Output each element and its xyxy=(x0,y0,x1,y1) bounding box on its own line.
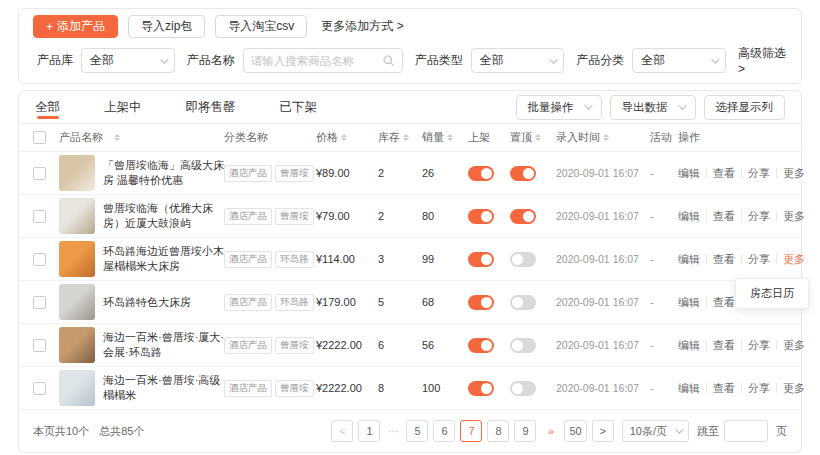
page-button-8[interactable]: 8 xyxy=(487,420,509,442)
advanced-filter-link[interactable]: 高级筛选 > xyxy=(738,45,787,76)
product-thumbnail xyxy=(59,198,95,234)
category-tag: 酒店产品 xyxy=(224,380,272,397)
tab-all[interactable]: 全部 xyxy=(35,91,60,123)
toolbar-card: + 添加产品 导入zip包 导入淘宝csv 更多添加方式 > 产品库 全部 产品… xyxy=(18,8,802,84)
edit-link[interactable]: 编辑 xyxy=(678,252,700,267)
bulk-actions-button[interactable]: 批量操作 xyxy=(516,95,602,120)
add-product-button[interactable]: + 添加产品 xyxy=(33,15,118,38)
row-checkbox[interactable] xyxy=(33,253,46,266)
view-link[interactable]: 查看 xyxy=(713,295,735,310)
ellipsis[interactable]: ··· xyxy=(385,425,401,437)
page-button-50[interactable]: 50 xyxy=(564,420,586,442)
page-button-6[interactable]: 6 xyxy=(433,420,455,442)
page-unit-label: 页 xyxy=(776,424,787,439)
header-entry-time[interactable]: 录入时间 xyxy=(556,130,600,145)
header-top[interactable]: 置顶 xyxy=(510,130,532,145)
listed-toggle[interactable] xyxy=(468,381,494,396)
activity-cell: - xyxy=(650,167,678,179)
listed-toggle[interactable] xyxy=(468,295,494,310)
row-checkbox[interactable] xyxy=(33,167,46,180)
view-link[interactable]: 查看 xyxy=(713,166,735,181)
sort-icon[interactable] xyxy=(603,134,609,142)
row-checkbox[interactable] xyxy=(33,339,46,352)
view-link[interactable]: 查看 xyxy=(713,252,735,267)
tab-delisted[interactable]: 已下架 xyxy=(280,91,318,123)
edit-link[interactable]: 编辑 xyxy=(678,166,700,181)
top-toggle[interactable] xyxy=(510,338,536,353)
top-toggle[interactable] xyxy=(510,295,536,310)
product-type-select[interactable]: 全部 xyxy=(471,48,565,73)
prev-page-button[interactable]: < xyxy=(331,420,353,442)
header-sales[interactable]: 销量 xyxy=(422,130,444,145)
page-button-7-active[interactable]: 7 xyxy=(460,420,482,442)
listed-toggle[interactable] xyxy=(468,252,494,267)
row-checkbox[interactable] xyxy=(33,296,46,309)
more-link[interactable]: 更多 xyxy=(783,381,805,396)
import-zip-button[interactable]: 导入zip包 xyxy=(128,15,205,38)
row-checkbox[interactable] xyxy=(33,382,46,395)
jump-forward-icon[interactable]: » xyxy=(541,426,559,437)
sort-icon[interactable] xyxy=(403,134,409,142)
room-calendar-menu-item[interactable]: 房态日历 xyxy=(750,287,794,299)
product-library-select[interactable]: 全部 xyxy=(81,48,175,73)
sort-icon[interactable] xyxy=(341,134,347,142)
header-price[interactable]: 价格 xyxy=(316,130,338,145)
page-size-select[interactable]: 10条/页 xyxy=(622,420,689,442)
bulk-actions-label: 批量操作 xyxy=(528,100,574,115)
jump-page-input[interactable] xyxy=(724,420,768,442)
more-link[interactable]: 更多 xyxy=(783,166,805,181)
page-button-5[interactable]: 5 xyxy=(406,420,428,442)
top-toggle[interactable] xyxy=(510,166,536,181)
product-name: 海边一百米·曾厝垵·厦大·会展·环岛路 xyxy=(103,330,224,360)
share-link[interactable]: 分享 xyxy=(748,209,770,224)
chevron-down-icon xyxy=(678,101,686,109)
product-category-select[interactable]: 全部 xyxy=(632,48,726,73)
export-data-button[interactable]: 导出数据 xyxy=(610,95,696,120)
select-all-checkbox[interactable] xyxy=(33,131,46,144)
share-link[interactable]: 分享 xyxy=(748,252,770,267)
next-page-button[interactable]: > xyxy=(592,420,614,442)
edit-link[interactable]: 编辑 xyxy=(678,295,700,310)
stock-cell: 3 xyxy=(378,253,422,265)
tab-almost-soldout[interactable]: 即将售罄 xyxy=(186,91,236,123)
sort-icon[interactable] xyxy=(447,134,453,142)
view-link[interactable]: 查看 xyxy=(713,381,735,396)
header-product-name[interactable]: 产品名称 xyxy=(59,130,103,145)
listed-toggle[interactable] xyxy=(468,209,494,224)
sort-icon[interactable] xyxy=(535,134,541,142)
product-name: 曾厝垵临海（优雅大床房）近厦大鼓浪屿 xyxy=(103,201,224,231)
search-icon[interactable] xyxy=(382,54,395,67)
more-add-methods-link[interactable]: 更多添加方式 > xyxy=(321,18,403,35)
view-link[interactable]: 查看 xyxy=(713,209,735,224)
tab-listed[interactable]: 上架中 xyxy=(104,91,142,123)
category-tag: 环岛路 xyxy=(275,294,314,311)
listed-toggle[interactable] xyxy=(468,166,494,181)
share-link[interactable]: 分享 xyxy=(748,338,770,353)
more-link[interactable]: 更多 xyxy=(783,252,805,267)
product-name: 海边一百米·曾厝垵·高级榻榻米 xyxy=(103,373,224,403)
import-taobao-csv-button[interactable]: 导入淘宝csv xyxy=(215,15,307,38)
edit-link[interactable]: 编辑 xyxy=(678,209,700,224)
top-toggle[interactable] xyxy=(510,252,536,267)
share-link[interactable]: 分享 xyxy=(748,166,770,181)
table-row: 「曾厝垵临海」高级大床房 温馨特价优惠 酒店产品 曾厝垵 ¥89.00 2 26… xyxy=(19,152,801,195)
share-link[interactable]: 分享 xyxy=(748,381,770,396)
chevron-down-icon xyxy=(584,101,592,109)
sales-cell: 68 xyxy=(422,296,468,308)
row-checkbox[interactable] xyxy=(33,210,46,223)
page-button-1[interactable]: 1 xyxy=(358,420,380,442)
edit-link[interactable]: 编辑 xyxy=(678,338,700,353)
header-stock[interactable]: 库存 xyxy=(378,130,400,145)
view-link[interactable]: 查看 xyxy=(713,338,735,353)
top-toggle[interactable] xyxy=(510,209,536,224)
more-link[interactable]: 更多 xyxy=(783,209,805,224)
edit-link[interactable]: 编辑 xyxy=(678,381,700,396)
more-link[interactable]: 更多 xyxy=(783,338,805,353)
top-toggle[interactable] xyxy=(510,381,536,396)
choose-columns-button[interactable]: 选择显示列 xyxy=(704,95,786,120)
product-name-input[interactable] xyxy=(251,55,378,67)
sort-icon[interactable] xyxy=(114,134,120,142)
page-button-9[interactable]: 9 xyxy=(514,420,536,442)
listed-toggle[interactable] xyxy=(468,338,494,353)
chevron-down-icon xyxy=(675,425,683,433)
